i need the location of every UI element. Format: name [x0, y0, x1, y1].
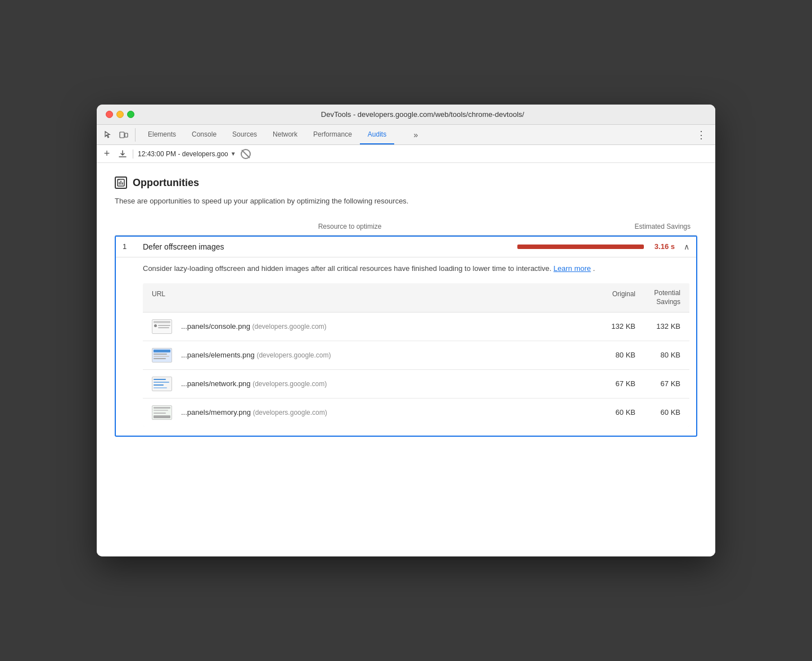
opportunity-bar	[517, 245, 644, 249]
close-button[interactable]	[106, 111, 113, 118]
svg-rect-0	[120, 132, 124, 138]
section-description: These are opportunities to speed up your…	[115, 196, 697, 207]
opportunity-bar-area: 3.16 s	[517, 242, 675, 251]
detail-th-savings: Potential Savings	[635, 289, 680, 306]
detail-row-original: 60 KB	[590, 407, 635, 419]
device-toggle-icon[interactable]	[117, 128, 130, 142]
tab-performance[interactable]: Performance	[305, 125, 360, 144]
detail-th-original: Original	[590, 289, 635, 306]
tab-sources[interactable]: Sources	[224, 125, 265, 144]
new-tab-button[interactable]: +	[101, 148, 112, 160]
detail-row-url: ...panels/network.png (developers.google…	[181, 378, 590, 390]
window-title: DevTools - developers.google.com/web/too…	[139, 110, 706, 119]
detail-row: ...panels/network.png (developers.google…	[143, 370, 689, 399]
learn-more-link[interactable]: Learn more	[553, 264, 590, 273]
download-button[interactable]	[117, 148, 128, 160]
detail-row-original: 67 KB	[590, 378, 635, 390]
opportunity-chevron[interactable]: ∧	[684, 242, 689, 251]
detail-row-original: 132 KB	[590, 321, 635, 333]
detail-row-original: 80 KB	[590, 350, 635, 361]
minimize-button[interactable]	[116, 111, 124, 118]
tabs-list: Elements Console Sources Network Perform…	[140, 125, 409, 144]
toolbar: + 12:43:00 PM - developers.goo ▼	[97, 145, 715, 163]
detail-row-url: ...panels/memory.png (developers.google.…	[181, 407, 590, 419]
detail-table: URL Original Potential Savings	[143, 283, 689, 427]
traffic-lights	[106, 111, 134, 118]
opportunity-label: Defer offscreen images	[143, 242, 508, 251]
detail-row-url: ...panels/console.png (developers.google…	[181, 321, 590, 333]
section-header: Opportunities	[115, 176, 697, 189]
detail-row: ...panels/console.png (developers.google…	[143, 313, 689, 341]
thumb-console-icon	[152, 319, 172, 334]
main-content: Opportunities These are opportunities to…	[97, 163, 715, 556]
detail-th-url: URL	[152, 289, 590, 306]
thumb-elements-icon	[152, 348, 172, 363]
detail-row: ...panels/elements.png (developers.googl…	[143, 341, 689, 370]
thumb-network-icon	[152, 377, 172, 391]
opportunity-number: 1	[123, 242, 134, 251]
tab-elements[interactable]: Elements	[140, 125, 184, 144]
opportunity-main-row: 1 Defer offscreen images 3.16 s ∧	[116, 237, 696, 257]
detail-row-savings: 60 KB	[635, 407, 680, 419]
table-header-row: Resource to optimize Estimated Savings	[115, 218, 697, 236]
tab-network[interactable]: Network	[265, 125, 305, 144]
opportunity-detail: Consider lazy-loading offscreen and hidd…	[116, 257, 696, 436]
th-savings: Estimated Savings	[578, 223, 691, 230]
devtools-tabs-bar: Elements Console Sources Network Perform…	[97, 125, 715, 145]
detail-row-url: ...panels/elements.png (developers.googl…	[181, 350, 590, 361]
th-resource: Resource to optimize	[121, 223, 578, 230]
inspect-icon[interactable]	[101, 128, 115, 142]
detail-table-header: URL Original Potential Savings	[143, 283, 689, 313]
svg-rect-1	[125, 133, 128, 137]
detail-row: ...panels/memory.png (developers.google.…	[143, 399, 689, 427]
opportunities-icon	[115, 176, 127, 189]
opportunity-time: 3.16 s	[649, 242, 675, 251]
maximize-button[interactable]	[127, 111, 134, 118]
menu-dots-button[interactable]: ⋮	[692, 129, 711, 141]
detail-row-savings: 132 KB	[635, 321, 680, 333]
devtools-window: DevTools - developers.google.com/web/too…	[97, 105, 715, 556]
block-requests-button[interactable]	[241, 149, 251, 159]
devtools-icon-group	[101, 128, 136, 142]
tab-console[interactable]: Console	[184, 125, 224, 144]
url-dropdown[interactable]: ▼	[231, 151, 236, 157]
section-title: Opportunities	[133, 177, 199, 189]
toolbar-divider	[133, 150, 133, 159]
more-tabs-button[interactable]: »	[409, 130, 423, 139]
opportunity-description: Consider lazy-loading offscreen and hidd…	[143, 264, 552, 273]
detail-row-savings: 67 KB	[635, 378, 680, 390]
thumb-memory-icon	[152, 405, 172, 420]
detail-row-savings: 80 KB	[635, 350, 680, 361]
opportunity-row: 1 Defer offscreen images 3.16 s ∧ Consid…	[115, 236, 697, 437]
title-bar: DevTools - developers.google.com/web/too…	[97, 105, 715, 125]
tab-audits[interactable]: Audits	[360, 125, 394, 144]
toolbar-url: 12:43:00 PM - developers.goo ▼	[138, 150, 236, 158]
